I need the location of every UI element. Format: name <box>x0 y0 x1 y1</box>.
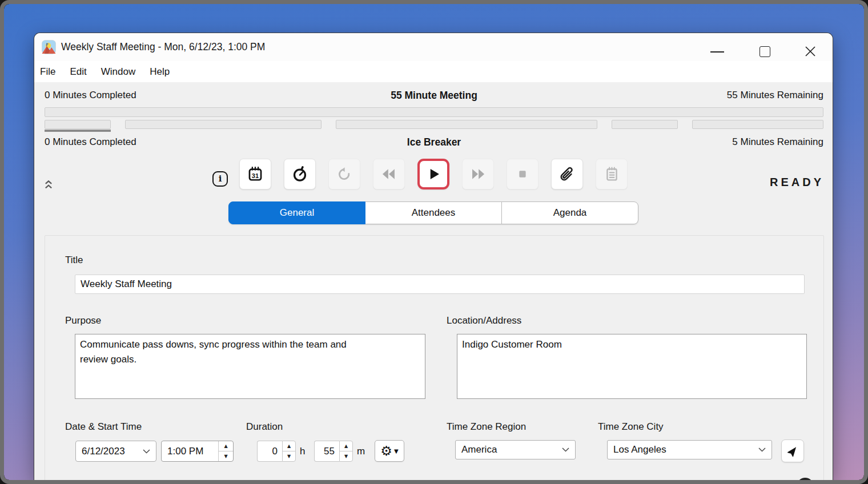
duration-minutes-input[interactable] <box>314 441 339 462</box>
title-input[interactable] <box>75 275 805 294</box>
purpose-textarea[interactable]: Communicate pass downs, sync progress wi… <box>75 334 425 399</box>
start-time-spinner <box>161 441 234 462</box>
overall-progress-bar <box>45 107 823 117</box>
duration-label: Duration <box>246 421 283 433</box>
meeting-progress-labels: 0 Minutes Completed 55 Minute Meeting 55… <box>45 90 823 101</box>
tab-agenda[interactable]: Agenda <box>501 201 638 224</box>
tz-city-select[interactable]: Los Angeles <box>607 440 772 459</box>
tab-general[interactable]: General <box>228 201 365 224</box>
chevron-down-icon <box>758 447 766 452</box>
segment-bar <box>336 120 597 129</box>
minimize-icon[interactable] <box>710 51 724 53</box>
detect-location-button[interactable] <box>781 439 804 462</box>
fast-forward-icon[interactable] <box>462 159 494 189</box>
segment-bar <box>45 120 111 129</box>
chevron-down-icon <box>143 449 150 454</box>
duration-minutes-group: m <box>314 441 365 462</box>
section-progress-labels: 0 Minutes Completed Ice Breaker 5 Minute… <box>45 136 823 148</box>
segment-bar <box>612 120 678 129</box>
reset-icon[interactable] <box>328 159 360 189</box>
hours-unit-label: h <box>300 441 305 462</box>
screenshot-frame: Weekly Staff Meeting - Mon, 6/12/23, 1:0… <box>0 0 868 484</box>
chevron-down-icon <box>562 447 569 452</box>
minutes-unit-label: m <box>357 441 365 462</box>
general-tab-panel: Title Purpose Communicate pass downs, sy… <box>45 235 824 480</box>
app-icon <box>42 40 56 54</box>
menu-edit[interactable]: Edit <box>70 65 86 79</box>
stop-icon[interactable] <box>507 159 539 189</box>
segment-bars <box>45 120 823 129</box>
duration-hours-group: h <box>257 441 305 462</box>
menu-window[interactable]: Window <box>101 65 135 79</box>
date-start-label: Date & Start Time <box>65 421 142 433</box>
tz-region-select[interactable]: America <box>455 440 576 459</box>
tab-strip: General Attendees Agenda <box>34 201 833 224</box>
notes-icon[interactable] <box>596 159 628 189</box>
section-name-label: Ice Breaker <box>45 136 823 148</box>
date-select[interactable]: 6/12/2023 <box>75 441 156 462</box>
navigation-arrow-icon <box>786 445 799 458</box>
playback-toolbar: 31 <box>34 159 833 191</box>
title-bar: Weekly Staff Meeting - Mon, 6/12/23, 1:0… <box>34 33 833 61</box>
paperclip-icon[interactable] <box>551 159 583 189</box>
hours-decrement-button[interactable] <box>283 451 295 461</box>
section-completed-label: 0 Minutes Completed <box>45 136 136 148</box>
time-increment-button[interactable] <box>219 441 233 451</box>
svg-text:31: 31 <box>252 172 259 179</box>
menu-bar: File Edit Window Help <box>34 61 833 82</box>
gear-icon <box>380 445 392 458</box>
start-time-input[interactable] <box>162 441 218 461</box>
tz-region-label: Time Zone Region <box>447 421 526 433</box>
tz-city-label: Time Zone City <box>598 421 664 433</box>
status-badge: READY <box>770 176 824 189</box>
duration-settings-button[interactable] <box>375 440 404 462</box>
location-label: Location/Address <box>447 315 521 326</box>
calendar-icon[interactable]: 31 <box>239 159 271 189</box>
close-icon[interactable] <box>804 45 817 58</box>
maximize-icon[interactable] <box>760 46 770 57</box>
location-textarea[interactable]: Indigo Customer Room <box>457 334 807 399</box>
section-remaining-label: 5 Minutes Remaining <box>732 136 823 148</box>
meeting-remaining-label: 55 Minutes Remaining <box>727 90 823 101</box>
hours-increment-button[interactable] <box>283 441 295 451</box>
meeting-title-label: 55 Minute Meeting <box>45 90 823 102</box>
menu-help[interactable]: Help <box>150 65 170 79</box>
rewind-icon[interactable] <box>373 159 405 189</box>
desktop-background: Weekly Staff Meeting - Mon, 6/12/23, 1:0… <box>4 4 864 480</box>
play-icon[interactable] <box>417 159 449 189</box>
segment-bar <box>125 120 322 129</box>
caret-down-icon <box>394 448 399 454</box>
meeting-app-window: Weekly Staff Meeting - Mon, 6/12/23, 1:0… <box>34 33 833 480</box>
title-label: Title <box>65 255 83 266</box>
tab-attendees[interactable]: Attendees <box>365 201 502 224</box>
menu-file[interactable]: File <box>40 65 55 79</box>
minutes-decrement-button[interactable] <box>340 451 352 461</box>
window-title: Weekly Staff Meeting - Mon, 6/12/23, 1:0… <box>61 33 265 61</box>
timer-icon[interactable] <box>284 159 316 189</box>
minutes-increment-button[interactable] <box>340 441 352 451</box>
segment-bar <box>692 120 823 129</box>
meeting-completed-label: 0 Minutes Completed <box>45 90 136 101</box>
duration-hours-input[interactable] <box>257 441 282 462</box>
time-decrement-button[interactable] <box>219 451 233 461</box>
purpose-label: Purpose <box>65 315 101 326</box>
